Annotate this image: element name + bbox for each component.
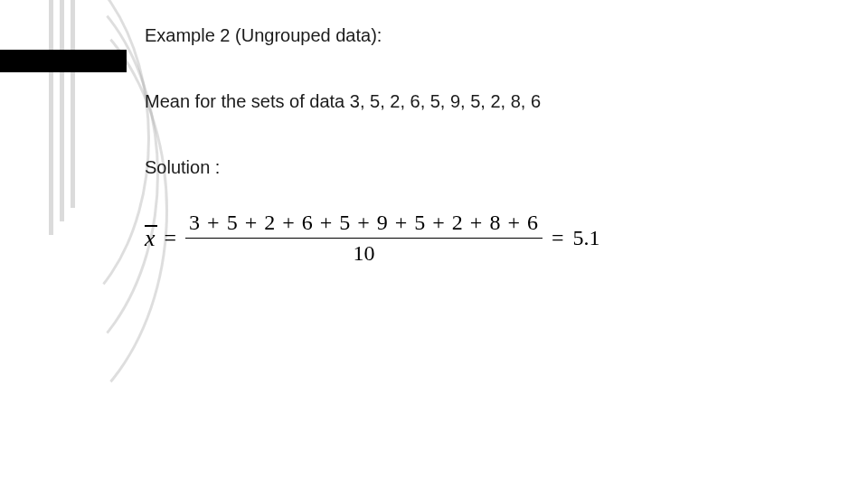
decorative-vertical-line [71,0,75,208]
x-bar-symbol: x [145,227,156,250]
solution-label: Solution : [145,157,841,178]
example-title: Example 2 (Ungrouped data): [145,25,841,46]
decorative-vertical-line [49,0,53,235]
slide-content: Example 2 (Ungrouped data): Mean for the… [145,25,841,267]
mean-formula: x = 3 + 5 + 2 + 6 + 5 + 9 + 5 + 2 + 8 + … [145,210,841,267]
decorative-vertical-line [60,0,64,221]
equals-sign: = [165,226,177,250]
problem-statement: Mean for the sets of data 3, 5, 2, 6, 5,… [145,91,841,112]
equals-sign-2: = [552,226,564,250]
fraction: 3 + 5 + 2 + 6 + 5 + 9 + 5 + 2 + 8 + 6 10 [185,210,542,267]
denominator: 10 [350,239,379,267]
decorative-black-bar [0,50,127,72]
result-value: 5.1 [572,226,599,250]
numerator: 3 + 5 + 2 + 6 + 5 + 9 + 5 + 2 + 8 + 6 [185,210,542,238]
